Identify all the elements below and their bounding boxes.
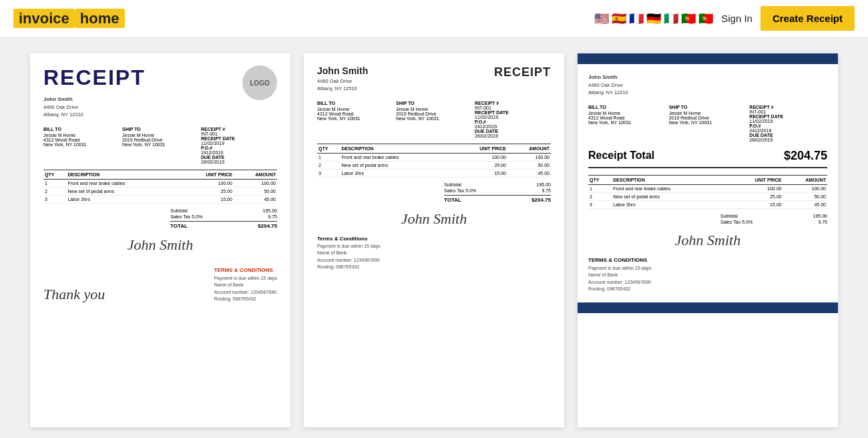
card1-address2: Albany, NY 12210 (43, 111, 146, 118)
card3-col-qty: QTY (588, 175, 612, 184)
card3-bill-label: BILL TO (588, 105, 666, 110)
card2-terms-text: Payment is due within 15 days (317, 243, 551, 250)
it-flag[interactable]: 🇮🇹 (664, 11, 678, 26)
card1-terms-text: Payment is due within 15 days (214, 275, 277, 282)
card1-col-desc: DESCRIPTION (66, 170, 179, 179)
card3-signature: John Smith (588, 232, 827, 249)
card1-subtotal: 195.00 (263, 208, 277, 213)
card3-bank: Name of Bank (588, 272, 827, 279)
card1-thank-you: Thank you (43, 286, 105, 303)
pt1-flag[interactable]: 🇵🇹 (681, 11, 696, 26)
us-flag[interactable]: 🇺🇸 (594, 11, 609, 26)
card2-bill-name: Jessie M Home (317, 107, 393, 112)
card1-terms-title: TERMS & CONDITIONS (214, 267, 277, 273)
de-flag[interactable]: 🇩🇪 (646, 11, 661, 26)
card1-client-name: John Smith (43, 95, 146, 103)
table-row: 1 Front and rear brake cables 100.00 100… (317, 153, 551, 161)
card1-title: RECEIPT (43, 65, 146, 90)
receipt-card-1[interactable]: RECEIPT John Smith 4490 Oak Drive Albany… (30, 53, 290, 427)
card2-receipt-num: INT-001 (475, 105, 551, 110)
card2-ship-name: Jessie M Home (396, 107, 472, 112)
card3-tax-label: Sales Tax 5.0% (720, 220, 752, 224)
receipt-card-3[interactable]: John Smith 4490 Oak Drive Albany, NY 122… (578, 53, 838, 427)
card3-ship-addr1: 2019 Redbud Drive (669, 116, 747, 120)
card2-tax: 9.75 (541, 188, 551, 193)
card3-receipt-num: INT-001 (749, 110, 827, 114)
card3-total-amount: $204.75 (784, 149, 827, 163)
card3-tax: 9.75 (818, 220, 827, 224)
card1-bank: Name of Bank (214, 282, 277, 289)
card1-bill-addr1: 4312 Wood Road (43, 138, 120, 142)
card1-routing: Routing: 098765432 (214, 296, 277, 303)
card2-account: Account number: 1234567890 (317, 257, 551, 264)
card1-tax-label: Sales Tax 5.0% (170, 214, 202, 219)
card2-terms-title: Terms & Conditions (317, 236, 551, 242)
card2-items-table: QTY DESCRIPTION UNIT PRICE AMOUNT 1 Fron… (317, 144, 551, 178)
card2-col-desc: DESCRIPTION (340, 144, 453, 153)
card2-date-label: Receipt Date (475, 110, 551, 115)
card2-total-label: TOTAL (444, 197, 461, 203)
card1-total-label: TOTAL (170, 223, 188, 229)
card2-ship-addr1: 2019 Redbud Drive (396, 112, 472, 116)
card3-date: 11/02/2019 (749, 119, 827, 124)
card1-ship-addr1: 2019 Redbud Drive (122, 138, 198, 142)
card3-due-label: DUE DATE (749, 133, 827, 138)
card1-ship-label: SHIP TO (122, 127, 198, 132)
logo-home-text: home (75, 9, 125, 28)
card3-po-label: P.O.# (749, 124, 827, 128)
header-right: 🇺🇸 🇪🇸 🇫🇷 🇩🇪 🇮🇹 🇵🇹 🇵🇹 Sign In Create Rece… (594, 6, 855, 31)
card2-bank: Name of Bank (317, 250, 551, 257)
card2-subtotal: 195.00 (537, 182, 551, 187)
card2-title: RECEIPT (494, 65, 551, 79)
table-row: 2 New set of pedal arms 25.00 50.00 (588, 192, 827, 200)
card1-po-label: P.O.# (201, 146, 277, 150)
card3-top-bar (578, 53, 838, 64)
card2-bill-addr2: New York, NY 10031 (317, 116, 393, 121)
card3-bottom-bar (578, 302, 838, 313)
card3-account: Account number: 1234567890 (588, 279, 827, 286)
receipt-card-2[interactable]: John Smith 4490 Oak Drive Albany, NY 125… (304, 53, 564, 427)
header: invoicehome 🇺🇸 🇪🇸 🇫🇷 🇩🇪 🇮🇹 🇵🇹 🇵🇹 Sign In… (0, 0, 868, 37)
card1-items-table: QTY DESCRIPTION UNIT PRICE AMOUNT 1 Fron… (43, 170, 277, 204)
card2-due: 26/02/2019 (475, 134, 551, 138)
fr-flag[interactable]: 🇫🇷 (629, 11, 644, 26)
card1-ship-name: Jessie M Home (122, 133, 198, 138)
table-row: 2 New set of pedal arms 25.00 50.00 (317, 161, 551, 169)
card2-address2: Albany, NY 12510 (317, 85, 368, 92)
card2-signature: John Smith (317, 210, 551, 228)
card2-tax-label: Sales Tax 5.0% (444, 188, 476, 193)
card3-client-name: John Smith (588, 73, 827, 81)
flag-group: 🇺🇸 🇪🇸 🇫🇷 🇩🇪 🇮🇹 🇵🇹 🇵🇹 (594, 11, 713, 26)
card2-subtotal-label: Subtotal (444, 182, 461, 187)
card2-bill-label: Bill To (317, 101, 393, 105)
card3-subtotal-label: Subtotal (720, 214, 738, 218)
card1-bill-name: Jessie M Home (43, 133, 120, 138)
create-receipt-button[interactable]: Create Receipt (761, 6, 855, 31)
card3-due: 26/02/2019 (749, 138, 827, 142)
table-row: 3 Labor 3hrs 15.00 45.00 (588, 200, 827, 208)
card1-col-amount: AMOUNT (234, 170, 277, 179)
sign-in-button[interactable]: Sign In (721, 13, 752, 24)
pt2-flag[interactable]: 🇵🇹 (698, 11, 713, 26)
card2-col-qty: QTY (317, 144, 340, 153)
card1-logo: LOGO (242, 65, 277, 100)
card1-due-label: DUE DATE (201, 155, 277, 160)
table-row: 3 Labor 3hrs 15.00 45.00 (43, 195, 277, 203)
card3-bill-addr2: New York, NY 10031 (588, 120, 666, 125)
card1-col-qty: QTY (43, 170, 66, 179)
card2-receipt-label: Receipt # (475, 101, 551, 105)
card2-po: 2412/2019 (475, 124, 551, 129)
logo[interactable]: invoicehome (13, 10, 125, 27)
card2-col-amount: AMOUNT (507, 144, 551, 153)
card3-routing: Routing: 098765432 (588, 286, 827, 293)
card2-routing: Routing: 098765432 (317, 264, 551, 271)
card3-po: 2412/2019 (749, 128, 827, 133)
card1-subtotal-label: Subtotal (170, 208, 188, 213)
card3-bill-name: Jessie M Home (588, 111, 666, 116)
table-row: 2 New set of pedal arms 25.00 50.00 (43, 187, 277, 195)
es-flag[interactable]: 🇪🇸 (612, 11, 626, 26)
card3-total-label: Receipt Total (588, 150, 654, 162)
card1-date-label: RECEIPT DATE (201, 136, 277, 141)
card2-col-unit: UNIT PRICE (453, 144, 507, 153)
card2-po-label: P.O.# (475, 120, 551, 124)
